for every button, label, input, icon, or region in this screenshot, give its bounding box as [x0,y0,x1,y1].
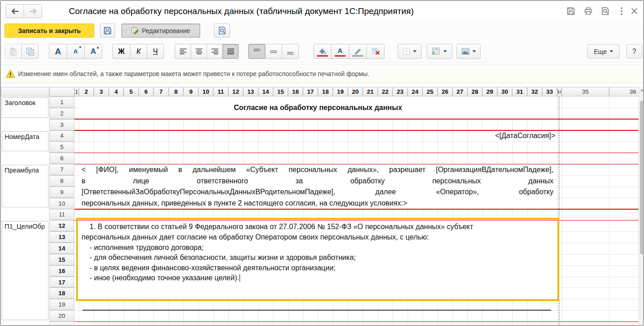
column-header[interactable]: 29 [482,87,497,96]
forward-button[interactable] [24,4,42,18]
copy-button[interactable] [21,44,38,59]
valign-top-button[interactable] [248,44,265,59]
column-header[interactable]: 9 [183,87,198,96]
row-header[interactable]: 15 [49,254,74,265]
column-header[interactable]: 14 [258,87,273,96]
row-header[interactable]: 19 [49,299,74,310]
underline-button[interactable]: Ч [147,44,164,59]
bold-button[interactable]: Ж [112,44,130,59]
row-header[interactable]: 4 [49,130,74,142]
font-size-increase-button[interactable]: А ▲ [84,44,102,59]
valign-bottom-button[interactable] [282,44,299,59]
row-header[interactable]: 9 [49,187,74,198]
column-header[interactable]: 3 [94,87,109,96]
picture-dropdown-button[interactable] [457,44,481,59]
row-header[interactable]: 21 [49,321,74,326]
row-header[interactable]: 18 [49,288,74,299]
row-header[interactable]: 5 [49,141,74,153]
row-header[interactable]: 16 [49,265,74,277]
font-size-decrease-button[interactable]: А ▼ [67,44,85,59]
edit-mode-toggle-button[interactable]: Редактирование [121,24,200,38]
cells-dropdown-button[interactable]: A: [427,44,452,59]
title-cell[interactable]: Согласие на обработку персональных данны… [79,96,557,119]
align-center-button[interactable] [191,44,207,59]
column-header[interactable]: 2 [79,87,94,96]
column-header[interactable]: 8 [168,87,183,96]
text-color-button[interactable]: А [331,44,349,59]
align-right-button[interactable] [207,44,223,59]
row-header[interactable]: 3 [49,119,74,130]
spreadsheet[interactable]: Согласие на обработку персональных данны… [1,87,644,326]
valign-middle-button[interactable] [265,44,282,59]
column-header[interactable]: 6 [139,87,154,96]
align-left-button[interactable] [175,44,191,59]
column-header[interactable]: 27 [452,87,467,96]
back-button[interactable] [5,4,24,18]
align-justify-button[interactable] [222,44,239,59]
scrollbar-thumb[interactable] [640,101,644,254]
column-header[interactable]: 7 [154,87,168,96]
column-header[interactable]: 5 [124,87,139,96]
column-header[interactable]: 25 [423,87,437,96]
row-header[interactable]: 1 [49,96,74,108]
save-and-close-button[interactable]: Записать и закрыть [5,24,94,38]
row-header[interactable]: 17 [49,277,74,288]
column-header[interactable]: 24 [408,87,423,96]
row-header[interactable]: 14 [49,243,74,254]
borders-dropdown-button[interactable] [398,44,422,59]
date-placeholder-cell[interactable]: <[ДатаСогласия]> [482,130,557,142]
titlebar-menu-button[interactable] [615,5,627,17]
column-header[interactable]: 28 [467,87,482,96]
column-header[interactable]: 4 [109,87,124,96]
preamble-cell[interactable]: < [ФИО], именуемый в дальнейшем «Субъект… [79,164,557,209]
scroll-up-icon[interactable] [640,89,644,91]
column-header[interactable]: 18 [318,87,333,96]
italic-button[interactable]: К [130,44,147,59]
area-label-box[interactable]: П1_ЦелиОбр [2,221,48,320]
column-header[interactable]: 30 [497,87,512,96]
column-header[interactable]: 15 [273,87,288,96]
border-color-button[interactable] [349,44,367,59]
clear-format-button[interactable] [366,44,384,59]
row-number-column-header[interactable] [49,87,74,96]
column-header[interactable]: 19 [333,87,348,96]
vertical-scrollbar[interactable] [639,87,644,326]
column-header[interactable]: 21 [363,87,378,96]
titlebar-print-button[interactable] [582,5,594,17]
row-header[interactable]: 10 [49,198,74,209]
column-header[interactable]: 11 [213,87,228,96]
row-header[interactable]: 12 [49,220,74,231]
area-label-box[interactable]: Преамбула [2,165,48,207]
column-header[interactable]: 31 [512,87,527,96]
more-button[interactable]: Еще [587,44,620,58]
row-header[interactable]: 20 [49,310,74,321]
column-header[interactable]: 22 [378,87,393,96]
area-label-box[interactable]: НомерДата [2,131,48,152]
column-header[interactable]: 20 [348,87,363,96]
column-header[interactable]: 33 [542,87,557,96]
font-button[interactable]: А [49,44,67,59]
row-header[interactable]: 2 [49,108,74,119]
row-header[interactable]: 6 [49,153,74,164]
column-header[interactable]: 34 [557,87,562,96]
column-header[interactable]: 23 [393,87,408,96]
column-header[interactable]: 1 [74,87,79,96]
close-button[interactable] [628,5,640,17]
row-header[interactable]: 11 [49,209,74,221]
column-header[interactable]: 13 [243,87,258,96]
paste-button[interactable] [5,44,22,59]
area-name-column-header[interactable] [1,87,49,96]
area-label-box[interactable]: Заголовок [2,97,48,118]
row-header[interactable]: 13 [49,231,74,243]
column-header[interactable]: 32 [527,87,542,96]
row-header[interactable]: 8 [49,175,74,187]
save-button[interactable] [100,24,115,38]
column-header[interactable]: 26 [437,87,452,96]
titlebar-save-button[interactable] [565,5,577,17]
print-preview-button[interactable] [214,24,230,38]
column-header[interactable]: 35 [562,87,609,96]
column-header[interactable]: 10 [198,87,213,96]
column-header[interactable]: 17 [303,87,318,96]
column-header[interactable]: 12 [228,87,243,96]
help-button[interactable]: ? [626,44,642,58]
